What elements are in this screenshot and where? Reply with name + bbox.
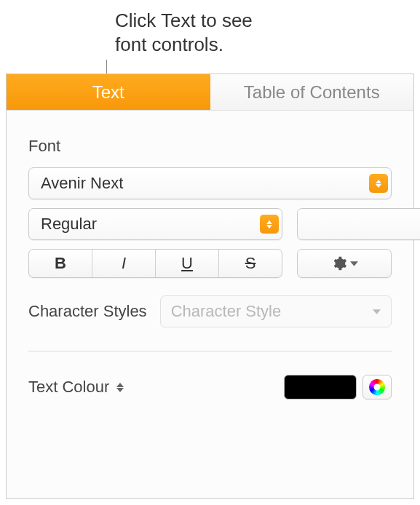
character-styles-placeholder: Character Style [171, 302, 282, 321]
chevron-down-icon [350, 261, 358, 266]
annotation-line2: font controls. [115, 33, 253, 57]
font-family-value: Avenir Next [41, 174, 369, 193]
updown-arrows-icon [369, 174, 388, 193]
chevron-down-icon [373, 309, 381, 314]
underline-label: U [181, 254, 193, 273]
bold-label: B [55, 254, 66, 273]
divider [28, 351, 392, 351]
bold-button[interactable]: B [29, 250, 92, 277]
updown-chevron-icon [116, 383, 124, 392]
font-size-field [297, 208, 392, 240]
inspector-panel: Text Table of Contents Font Avenir Next … [6, 73, 414, 499]
annotation-callout: Click Text to see font controls. [115, 9, 253, 56]
text-color-label: Text Colour [28, 378, 109, 397]
color-wheel-icon [369, 379, 385, 395]
italic-button[interactable]: I [92, 250, 156, 277]
tab-text-label: Text [92, 82, 124, 103]
character-styles-select[interactable]: Character Style [160, 295, 392, 327]
strike-label: S [245, 254, 256, 273]
tab-table-of-contents[interactable]: Table of Contents [210, 74, 414, 111]
text-color-popup[interactable]: Text Colour [28, 378, 124, 397]
underline-button[interactable]: U [156, 250, 219, 277]
character-styles-label: Character Styles [28, 302, 147, 321]
tab-text[interactable]: Text [7, 74, 210, 111]
updown-arrows-icon [260, 215, 279, 234]
color-controls [284, 375, 392, 399]
text-style-segmented: B I U S [28, 249, 282, 278]
gear-icon [331, 255, 347, 271]
inspector-tabs: Text Table of Contents [7, 74, 413, 111]
annotation-line1: Click Text to see [115, 9, 253, 33]
text-color-well[interactable] [284, 375, 357, 399]
strikethrough-button[interactable]: S [219, 250, 282, 277]
font-family-select[interactable]: Avenir Next [28, 167, 392, 199]
advanced-options-button[interactable] [297, 249, 392, 278]
font-weight-value: Regular [41, 215, 260, 234]
inspector-content: Font Avenir Next Regular [7, 111, 413, 414]
tab-toc-label: Table of Contents [244, 82, 380, 103]
color-picker-button[interactable] [362, 375, 392, 399]
italic-label: I [122, 254, 126, 273]
font-size-input[interactable] [297, 208, 420, 240]
font-section-label: Font [28, 137, 392, 156]
font-weight-select[interactable]: Regular [28, 208, 282, 240]
